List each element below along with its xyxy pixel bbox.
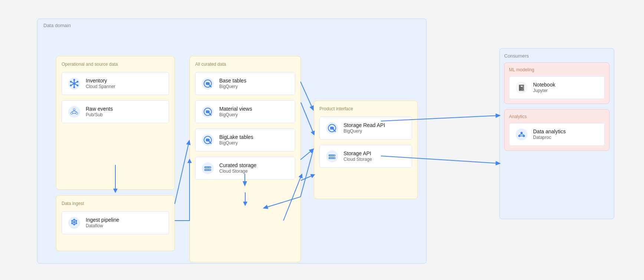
svg-point-7 — [77, 81, 79, 83]
consumers-box: Consumers ML modeling 📓 Notebook Jupyter… — [499, 48, 614, 219]
svg-rect-45 — [209, 111, 210, 113]
storagereadapi-card: Storage Read API BigQuery — [319, 117, 412, 140]
svg-point-6 — [70, 81, 72, 83]
svg-point-8 — [70, 85, 72, 87]
consumers-label: Consumers — [504, 53, 610, 59]
basetables-card: Base tables BigQuery — [195, 72, 295, 95]
svg-point-82 — [520, 132, 523, 134]
curatedstorage-sub: Cloud Storage — [219, 169, 256, 175]
product-interface-label: Product interface — [319, 106, 412, 111]
storage-icon-1 — [201, 161, 215, 175]
curatedstorage-card: Curated storage Cloud Storage — [195, 157, 295, 180]
jupyter-icon: 📓 — [515, 81, 529, 95]
svg-line-76 — [301, 175, 314, 180]
all-curated-box: All curated data Base tables — [190, 56, 301, 262]
data-domain-box: Data domain Operational and source data — [37, 19, 427, 264]
all-curated-label: All curated data — [195, 62, 295, 67]
svg-rect-37 — [207, 83, 208, 85]
svg-point-30 — [71, 223, 73, 224]
inventory-card: Inventory Cloud Spanner — [62, 72, 169, 95]
storagereadapi-sub: BigQuery — [344, 128, 385, 134]
svg-point-31 — [76, 223, 77, 224]
data-ingest-box: Data ingest — [56, 195, 175, 251]
svg-rect-50 — [206, 139, 207, 141]
bq-icon-3 — [201, 133, 215, 147]
biglake-sub: BigQuery — [219, 140, 253, 146]
svg-point-20 — [76, 113, 78, 114]
svg-point-83 — [518, 135, 520, 137]
pubsub-icon — [67, 105, 81, 119]
inventory-sub: Cloud Spanner — [86, 84, 115, 90]
operational-source-label: Operational and source data — [62, 62, 169, 67]
ml-modeling-box: ML modeling 📓 Notebook Jupyter — [504, 62, 610, 104]
svg-point-26 — [73, 219, 75, 220]
basetables-sub: BigQuery — [219, 84, 246, 90]
ingest-name: Ingest pipeline — [86, 216, 119, 223]
storageapi-sub: Cloud Storage — [344, 157, 372, 163]
svg-point-70 — [334, 155, 335, 156]
storageapi-card: Storage API Cloud Storage — [319, 145, 412, 168]
svg-rect-51 — [207, 139, 208, 141]
biglake-name: BigLake tables — [219, 134, 253, 140]
dataanalytics-name: Data analytics — [533, 128, 566, 135]
notebook-name: Notebook — [533, 81, 555, 88]
svg-rect-52 — [209, 139, 210, 141]
svg-rect-66 — [333, 127, 334, 130]
svg-line-75 — [301, 102, 314, 134]
storageapi-name: Storage API — [344, 150, 372, 157]
storage-icon-2 — [325, 149, 339, 163]
materialviews-name: Material views — [219, 105, 252, 112]
svg-point-18 — [73, 109, 75, 110]
dataproc-icon — [515, 127, 529, 141]
product-interface-box: Product interface Storage Read API — [314, 101, 418, 199]
svg-point-27 — [73, 224, 75, 225]
inventory-name: Inventory — [86, 77, 115, 84]
svg-rect-38 — [209, 82, 210, 85]
svg-point-5 — [73, 87, 75, 88]
svg-rect-65 — [332, 127, 332, 130]
svg-rect-44 — [207, 111, 208, 113]
materialviews-sub: BigQuery — [219, 112, 252, 118]
svg-point-84 — [523, 135, 525, 137]
curatedstorage-name: Curated storage — [219, 162, 256, 169]
svg-point-4 — [73, 79, 75, 81]
rawevents-sub: Pub/Sub — [86, 112, 113, 118]
svg-text:📓: 📓 — [518, 84, 525, 91]
svg-point-9 — [77, 85, 79, 87]
notebook-sub: Jupyter — [533, 88, 555, 94]
rawevents-card: Raw events Pub/Sub — [62, 100, 169, 123]
canvas: Data domain Operational and source data — [0, 0, 644, 280]
operational-source-box: Operational and source data — [56, 56, 175, 190]
data-domain-label: Data domain — [43, 23, 71, 28]
ingest-card: Ingest pipeline Dataflow — [62, 211, 169, 234]
svg-rect-64 — [330, 127, 331, 130]
materialviews-card: Material views BigQuery — [195, 100, 295, 123]
svg-point-10 — [73, 82, 75, 85]
dataflow-icon — [67, 216, 81, 230]
ml-modeling-label: ML modeling — [509, 67, 605, 72]
dataanalytics-sub: Dataproc — [533, 135, 566, 141]
svg-point-81 — [516, 128, 528, 140]
svg-point-28 — [71, 220, 73, 222]
bq-icon-2 — [201, 105, 215, 119]
svg-point-56 — [210, 167, 210, 167]
svg-rect-36 — [206, 82, 207, 85]
storagereadapi-name: Storage Read API — [344, 122, 385, 128]
svg-point-57 — [210, 169, 210, 170]
svg-point-19 — [71, 113, 72, 114]
basetables-name: Base tables — [219, 77, 246, 84]
dataanalytics-card: Data analytics Dataproc — [509, 123, 605, 146]
rawevents-name: Raw events — [86, 105, 113, 112]
analytics-box: Analytics Data analytics — [504, 109, 610, 151]
svg-point-11 — [68, 106, 80, 118]
spanner-icon — [67, 76, 81, 91]
ingest-sub: Dataflow — [86, 223, 119, 229]
bq-icon-4 — [325, 121, 339, 135]
svg-rect-43 — [206, 110, 207, 113]
biglake-card: BigLake tables BigQuery — [195, 128, 295, 152]
svg-point-71 — [334, 157, 335, 158]
data-ingest-label: Data ingest — [62, 201, 169, 206]
svg-point-29 — [76, 220, 77, 222]
analytics-label: Analytics — [509, 114, 605, 119]
notebook-card: 📓 Notebook Jupyter — [509, 76, 605, 99]
